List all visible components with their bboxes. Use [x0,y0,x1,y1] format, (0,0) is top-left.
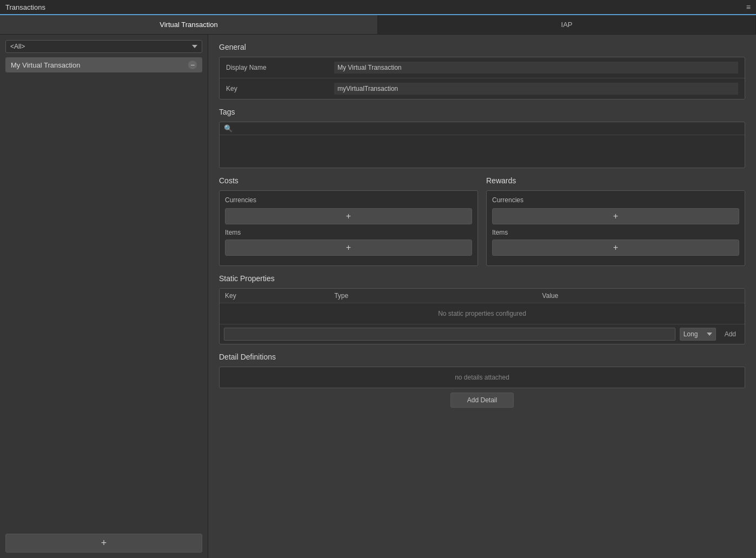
rewards-add-item-button[interactable]: + [492,240,739,256]
costs-box: Currencies + Items + [219,190,478,266]
key-row: Key [220,78,745,99]
add-transaction-button[interactable]: + [5,534,202,553]
static-properties-table: Key Type Value No static properties conf… [219,288,745,344]
display-name-row: Display Name [220,57,745,78]
tab-bar: Virtual Transaction IAP [0,15,756,35]
tags-section-title: Tags [219,108,745,116]
sidebar-item-label: My Virtual Transaction [11,61,80,69]
rewards-add-currency-button[interactable]: + [492,208,739,224]
costs-add-item-button[interactable]: + [225,240,472,256]
detail-definitions-title: Detail Definitions [219,353,745,361]
col-key: Key [220,289,329,303]
search-icon: 🔍 [224,124,233,132]
tags-search-input[interactable] [236,125,740,132]
col-type: Type [329,289,536,303]
sidebar-list: My Virtual Transaction − [5,57,202,529]
add-detail-button[interactable]: Add Detail [450,393,514,408]
col-value: Value [537,289,745,303]
rewards-title: Rewards [486,176,745,185]
sidebar-item-my-virtual-transaction[interactable]: My Virtual Transaction − [5,57,202,72]
add-property-button[interactable]: Add [720,328,740,340]
rewards-section: Rewards Currencies + Items + [486,176,745,266]
title-bar: Transactions ≡ [0,0,756,15]
key-label: Key [226,85,334,92]
tab-iap[interactable]: IAP [378,15,756,34]
table-header: Key Type Value [220,289,745,303]
rewards-box: Currencies + Items + [486,190,745,266]
general-section: Display Name Key [219,57,745,99]
costs-title: Costs [219,176,478,185]
general-section-title: General [219,43,745,51]
table-add-row: Long Int Float Double String Bool Add [220,324,745,344]
tags-box: 🔍 [219,122,745,168]
display-name-input[interactable] [334,62,738,74]
sidebar-filter[interactable]: <All> [5,40,202,53]
costs-currencies-label: Currencies [225,196,472,204]
tags-content [220,135,745,168]
key-input[interactable] [334,83,738,95]
costs-add-currency-button[interactable]: + [225,208,472,224]
costs-section: Costs Currencies + Items + [219,176,478,266]
remove-item-button[interactable]: − [188,61,197,69]
app-title: Transactions [5,3,45,11]
detail-definitions-section: Detail Definitions no details attached A… [219,353,745,408]
tags-section: Tags 🔍 [219,108,745,168]
tags-search-bar: 🔍 [220,122,745,135]
sidebar: <All> My Virtual Transaction − + [0,35,208,558]
content-area: General Display Name Key Tags 🔍 [208,35,756,558]
static-properties-title: Static Properties [219,274,745,283]
menu-icon[interactable]: ≡ [746,3,751,11]
display-name-label: Display Name [226,64,334,71]
table-empty-message: No static properties configured [220,303,745,324]
costs-items-label: Items [225,229,472,236]
rewards-currencies-label: Currencies [492,196,739,204]
new-key-input[interactable] [224,328,675,341]
detail-definitions-empty: no details attached [219,367,745,388]
tab-virtual-transaction[interactable]: Virtual Transaction [0,15,378,34]
type-select[interactable]: Long Int Float Double String Bool [680,328,716,341]
rewards-items-label: Items [492,229,739,236]
costs-rewards-row: Costs Currencies + Items + Rewards Curre… [219,176,745,266]
main-layout: <All> My Virtual Transaction − + General… [0,35,756,558]
static-properties-section: Static Properties Key Type Value No stat… [219,274,745,344]
